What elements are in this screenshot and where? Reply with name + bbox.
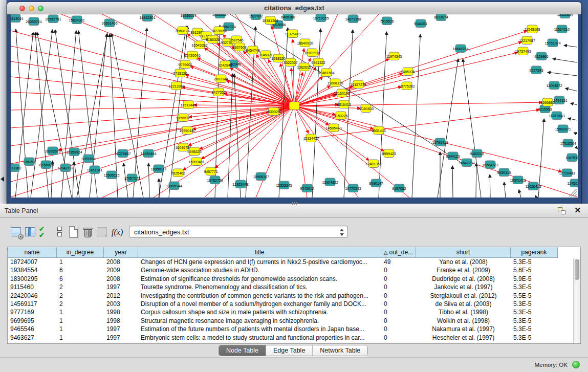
table-row[interactable]: 1938455462009Genome-wide association stu… [8, 266, 580, 274]
graph-edge[interactable] [234, 74, 241, 198]
graph-node[interactable]: 21813044 [11, 14, 24, 23]
graph-edge[interactable] [412, 34, 420, 198]
table-row[interactable]: 946362711997Embryonic stem cells: a mode… [8, 334, 580, 342]
graph-node[interactable]: 10653257 [212, 14, 228, 18]
table-cell[interactable]: 2012 [104, 292, 138, 300]
graph-node[interactable]: 9242848 [218, 61, 232, 69]
table-cell[interactable]: Estimation of significance thresholds fo… [138, 275, 381, 283]
graph-edge[interactable] [568, 118, 577, 120]
table-cell[interactable]: 0 [381, 334, 416, 342]
table-cell[interactable]: Wolkin et al. (1998) [416, 317, 511, 325]
table-row[interactable]: 1456911722003Disruption of a novel membe… [8, 300, 580, 308]
table-cell[interactable]: Embryonic stem cells: a model to study s… [138, 334, 381, 342]
graph-edge[interactable] [294, 102, 542, 106]
table-cell[interactable]: 0 [381, 275, 416, 283]
rows-icon[interactable] [54, 226, 68, 239]
table-cell[interactable]: 0 [381, 283, 416, 291]
table-cell[interactable]: 0 [381, 292, 416, 300]
table-cell[interactable]: 9777169 [8, 308, 57, 316]
graph-node[interactable]: 9079601 [178, 60, 192, 69]
graph-edge[interactable] [519, 190, 521, 198]
table-cell[interactable]: 2009 [104, 266, 138, 274]
graph-node[interactable]: 13942737 [57, 164, 73, 172]
table-cell[interactable]: Tibbo et al. (1998) [416, 308, 511, 316]
graph-edge[interactable] [198, 58, 294, 106]
graph-node[interactable]: 8959423 [382, 149, 396, 158]
graph-node[interactable]: 15751074 [545, 39, 560, 47]
graph-node[interactable]: 9361322 [311, 58, 325, 67]
graph-node[interactable]: 9129966 [534, 52, 548, 60]
column-header-short[interactable]: short [416, 247, 511, 258]
graph-node[interactable]: 15232345 [276, 181, 292, 189]
table-cell[interactable]: 2003 [104, 300, 138, 308]
graph-edge[interactable] [564, 45, 577, 47]
table-cell[interactable]: 5.6E-5 [511, 266, 558, 274]
graph-node[interactable]: 8960124 [176, 27, 189, 35]
function-builder-icon[interactable]: f(x) [112, 226, 125, 239]
close-panel-icon[interactable]: ✕ [574, 206, 581, 215]
graph-node[interactable]: 12481356 [365, 160, 381, 168]
graph-edge[interactable] [58, 112, 274, 150]
graph-edge[interactable] [571, 103, 577, 105]
graph-node[interactable]: 2803144 [214, 75, 228, 83]
splitter-handle[interactable] [292, 202, 298, 205]
graph-node[interactable]: 9344123 [446, 152, 460, 160]
graph-node[interactable]: 10371413 [510, 176, 526, 184]
graph-node[interactable]: 9156632 [176, 114, 190, 122]
graph-edge[interactable] [463, 59, 481, 198]
table-cell[interactable]: 1998 [104, 317, 138, 325]
table-cell[interactable]: 5.5E-5 [511, 292, 558, 300]
graph-node[interactable]: 16902910 [304, 49, 320, 57]
graph-node[interactable]: 8427552 [211, 88, 225, 96]
collapse-arrow-icon[interactable] [1, 177, 4, 182]
graph-node[interactable]: 16791419 [432, 138, 448, 146]
graph-edge[interactable] [379, 32, 386, 198]
graph-edge[interactable] [565, 89, 577, 91]
graph-node[interactable]: 2367608 [232, 43, 246, 51]
resize-grip-icon[interactable] [569, 189, 577, 196]
graph-node[interactable]: 13775362 [399, 82, 415, 90]
graph-node[interactable]: 12217987 [519, 36, 535, 45]
table-cell[interactable]: Genome-wide association studies in ADHD. [138, 266, 381, 274]
table-row[interactable]: 969969511998Structural magnetic resonanc… [8, 317, 580, 325]
table-cell[interactable]: 1 [57, 325, 104, 333]
graph-node[interactable]: 20552791 [45, 15, 61, 23]
table-cell[interactable]: 1 [57, 258, 104, 266]
table-cell[interactable]: 5.3E-5 [511, 334, 558, 342]
new-table-icon[interactable] [68, 226, 81, 239]
table-vertical-scrollbar[interactable] [573, 258, 580, 343]
delete-column-icon[interactable] [82, 226, 95, 239]
table-cell[interactable]: 5.3E-5 [511, 300, 558, 308]
graph-node[interactable]: 9227343 [529, 66, 543, 74]
graph-node[interactable]: 14930494 [140, 149, 156, 158]
graph-node[interactable]: 15122654 [557, 14, 573, 18]
graph-node[interactable]: 11514210 [554, 25, 570, 33]
table-cell[interactable]: 18300295 [8, 275, 57, 283]
graph-node[interactable]: 9930415 [497, 168, 511, 177]
graph-node-hub[interactable] [289, 102, 299, 110]
table-panel-header[interactable]: Table Panel ✕ [0, 204, 588, 218]
graph-node[interactable]: 9153226 [334, 112, 347, 120]
graph-node[interactable]: 12093872 [546, 81, 562, 90]
table-cell[interactable]: 22420046 [8, 292, 57, 300]
table-row[interactable]: 977716911998Corpus callosum shape and si… [8, 308, 580, 316]
graph-edge[interactable] [11, 46, 294, 106]
graph-node[interactable]: 1167533 [565, 154, 578, 162]
table-cell[interactable]: 0 [381, 266, 416, 274]
table-cell[interactable]: Changes of HCN gene expression and I(f) … [138, 258, 381, 266]
graph-node[interactable]: 935051 [23, 158, 35, 166]
graph-node[interactable]: 9097588 [81, 155, 95, 163]
table-cell[interactable]: Investigating the contribution of common… [138, 292, 381, 300]
graph-edge[interactable] [294, 106, 369, 161]
graph-node[interactable]: 9245012 [300, 184, 314, 192]
graph-edge[interactable] [438, 59, 458, 198]
table-cell[interactable]: 1997 [104, 334, 138, 342]
column-header-out_de[interactable]: △out_de... [381, 247, 416, 258]
table-options-icon[interactable] [10, 226, 24, 239]
graph-edge[interactable] [574, 133, 577, 134]
graph-node[interactable]: 12161610 [358, 104, 374, 113]
column-header-name[interactable]: name [8, 247, 57, 258]
table-cell[interactable]: 9699695 [8, 317, 57, 325]
window-titlebar[interactable]: citations_edges.txt [7, 2, 581, 14]
table-cell[interactable]: 5.3E-5 [511, 258, 558, 266]
